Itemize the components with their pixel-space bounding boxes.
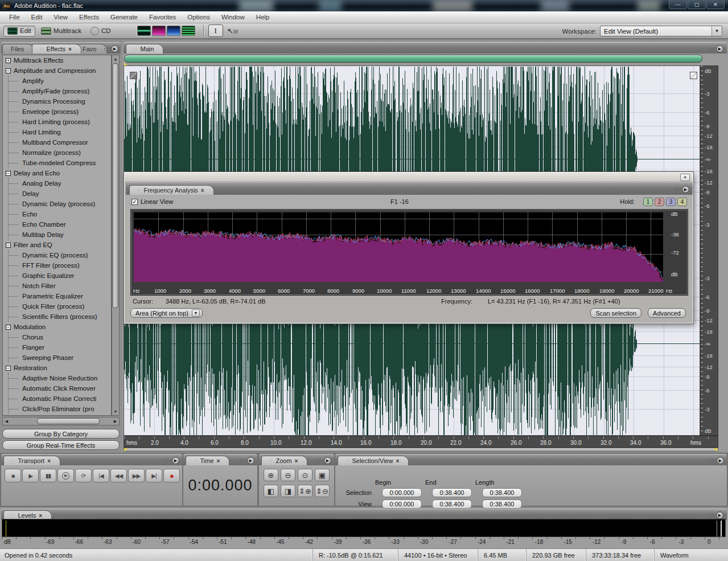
tree-item[interactable]: Flanger bbox=[9, 342, 111, 353]
menu-window[interactable]: Window bbox=[216, 12, 250, 22]
tree-category[interactable]: −Filter and EQ bbox=[3, 240, 111, 250]
menu-edit[interactable]: Edit bbox=[26, 12, 48, 22]
tree-category[interactable]: −Amplitude and Compression bbox=[3, 65, 111, 76]
scan-selection-button[interactable]: Scan selection bbox=[590, 308, 641, 318]
linear-view-checkbox[interactable]: ✓ bbox=[131, 199, 138, 205]
selection-handle-left-icon[interactable] bbox=[124, 448, 128, 452]
play-from-cursor-button[interactable]: ▶ bbox=[57, 469, 74, 482]
zoom-out-horizontal-button[interactable]: ⊖ bbox=[281, 469, 295, 481]
area-mode-dropdown[interactable]: Area (Right on top) ▼ bbox=[130, 308, 203, 318]
multitrack-view-button[interactable]: Multitrack bbox=[38, 26, 85, 36]
tree-item[interactable]: Amplify bbox=[9, 76, 111, 86]
waveform-display-button[interactable] bbox=[137, 26, 151, 36]
minimize-button[interactable]: — bbox=[669, 0, 687, 9]
tab-time[interactable]: ∷Time× bbox=[186, 456, 229, 465]
menu-file[interactable]: File bbox=[3, 12, 26, 22]
panel-menu-icon[interactable]: ▶ bbox=[111, 45, 118, 52]
zoom-in-horizontal-button[interactable]: ⊕ bbox=[264, 469, 278, 481]
pause-button[interactable]: ▮▮ bbox=[40, 469, 56, 482]
zoom-in-right-selection-button[interactable]: ◨ bbox=[281, 485, 295, 497]
tree-item[interactable]: Envelope (process) bbox=[9, 107, 111, 117]
panel-menu-icon[interactable]: ▶ bbox=[717, 457, 724, 464]
spectrum-canvas[interactable] bbox=[134, 212, 663, 282]
scrollbar-thumb[interactable] bbox=[37, 418, 100, 424]
tree-category[interactable]: −Modulation bbox=[3, 322, 111, 332]
play-button[interactable]: ▶ bbox=[22, 469, 39, 482]
close-button[interactable]: ✕ bbox=[706, 0, 725, 9]
zoom-in-vertical-button[interactable]: ⇕⊕ bbox=[298, 485, 312, 497]
tree-item[interactable]: Delay bbox=[9, 189, 111, 199]
stop-button[interactable]: ■ bbox=[5, 469, 21, 482]
panel-menu-icon[interactable]: ▶ bbox=[716, 511, 723, 519]
hold-button-2[interactable]: 2 bbox=[655, 198, 664, 206]
tree-item[interactable]: Dynamic Delay (process) bbox=[9, 199, 111, 209]
advanced-button[interactable]: Advanced bbox=[648, 308, 686, 318]
close-icon[interactable]: × bbox=[47, 458, 51, 464]
tree-item[interactable]: Chorus bbox=[9, 332, 111, 342]
tree-category[interactable]: −Restoration bbox=[3, 363, 111, 373]
panel-menu-icon[interactable]: ▶ bbox=[716, 45, 723, 52]
tree-item[interactable]: Amplify/Fade (process) bbox=[9, 86, 111, 96]
timeline-ruler[interactable]: hms2.04.06.08.010.012.014.016.018.020.02… bbox=[124, 436, 718, 448]
rewind-button[interactable]: ◀◀ bbox=[110, 469, 127, 482]
view-begin-field[interactable]: 0:00.000 bbox=[382, 499, 422, 509]
zoom-out-vertical-button[interactable]: ⇕⊖ bbox=[315, 485, 330, 497]
tree-item[interactable]: Automatic Phase Correcti bbox=[9, 394, 111, 404]
group-real-time-effects-button[interactable]: Group Real-Time Effects bbox=[2, 440, 120, 450]
level-meter[interactable] bbox=[2, 519, 726, 537]
menu-options[interactable]: Options bbox=[182, 12, 216, 22]
tab-transport[interactable]: ∷Transport× bbox=[3, 456, 60, 465]
edit-view-button[interactable]: Edit bbox=[3, 26, 35, 36]
go-to-end-button[interactable]: ▶| bbox=[146, 469, 162, 482]
workspace-select[interactable]: Edit View (Default) ▼ bbox=[600, 26, 722, 36]
scroll-right-icon[interactable]: ▶ bbox=[112, 417, 119, 425]
close-icon[interactable]: × bbox=[217, 458, 220, 464]
panel-menu-icon[interactable]: ▶ bbox=[172, 457, 179, 464]
hold-button-3[interactable]: 3 bbox=[666, 198, 676, 206]
menu-help[interactable]: Help bbox=[250, 12, 275, 22]
tab-zoom[interactable]: ∷Zoom× bbox=[261, 456, 307, 465]
amplitude-ruler[interactable]: dBdB-3-3-6-6-9-9-12-12-18-18-∞-3-3-6-6-9… bbox=[700, 65, 718, 436]
effects-tree-horizontal-scrollbar[interactable]: ◀ ▶ bbox=[2, 417, 120, 425]
panel-menu-icon[interactable]: ▶ bbox=[324, 457, 331, 464]
collapse-icon[interactable]: − bbox=[6, 366, 11, 371]
group-by-category-button[interactable]: Group By Category bbox=[2, 429, 120, 439]
tree-item[interactable]: Hard Limiting bbox=[9, 127, 111, 137]
tree-item[interactable]: Notch Filter bbox=[9, 281, 111, 291]
fast-forward-button[interactable]: ▶▶ bbox=[128, 469, 145, 482]
spectral-pan-display-button[interactable] bbox=[167, 26, 180, 36]
close-icon[interactable]: × bbox=[295, 458, 298, 464]
effects-tree-vertical-scrollbar[interactable]: ▲ ▼ bbox=[112, 55, 120, 416]
tree-item[interactable]: Echo bbox=[9, 209, 111, 219]
tree-item[interactable]: Parametric Equalizer bbox=[9, 291, 111, 301]
hold-button-1[interactable]: 1 bbox=[643, 198, 653, 206]
selection-begin-field[interactable]: 0:00.000 bbox=[382, 488, 422, 497]
frequency-window-titlebar[interactable]: ✕ bbox=[125, 173, 693, 182]
selection-end-field[interactable]: 0:38.400 bbox=[432, 488, 472, 497]
record-button[interactable]: ● bbox=[163, 469, 180, 482]
tab-selection-view[interactable]: ∷Selection/View× bbox=[338, 456, 409, 465]
menu-favorites[interactable]: Favorites bbox=[143, 12, 182, 22]
tree-item[interactable]: FFT Filter (process) bbox=[9, 260, 111, 271]
tree-category[interactable]: −Delay and Echo bbox=[3, 168, 111, 178]
time-selection-tool-button[interactable]: I bbox=[208, 24, 223, 37]
scroll-up-icon[interactable]: ▲ bbox=[112, 55, 119, 63]
tree-item[interactable]: Dynamics Processing bbox=[9, 96, 111, 107]
tree-item[interactable]: Tube-modeled Compress bbox=[9, 158, 111, 168]
collapse-icon[interactable]: − bbox=[6, 325, 11, 330]
tree-item[interactable]: Adaptive Noise Reduction bbox=[9, 373, 111, 383]
scroll-down-icon[interactable]: ▼ bbox=[112, 408, 119, 415]
spectrum-graph[interactable]: dB-36-72dB Hz100020003000400050006000700… bbox=[130, 209, 688, 296]
panel-menu-icon[interactable]: ▶ bbox=[682, 186, 689, 193]
collapse-icon[interactable]: − bbox=[6, 68, 11, 73]
close-icon[interactable]: × bbox=[396, 458, 399, 464]
selection-handle-right-icon[interactable] bbox=[713, 448, 717, 452]
cd-view-button[interactable]: CD bbox=[87, 26, 114, 36]
tree-item[interactable]: Echo Chamber bbox=[9, 219, 111, 230]
spectral-phase-display-button[interactable] bbox=[182, 26, 195, 36]
tree-category[interactable]: +Multitrack Effects bbox=[3, 55, 111, 65]
chevron-down-icon[interactable]: ▼ bbox=[711, 26, 722, 36]
selection-range-bar[interactable] bbox=[124, 448, 718, 452]
tree-item[interactable]: Automatic Click Remover bbox=[9, 383, 111, 394]
tab-frequency-analysis[interactable]: ∷Frequency Analysis× bbox=[129, 185, 214, 195]
